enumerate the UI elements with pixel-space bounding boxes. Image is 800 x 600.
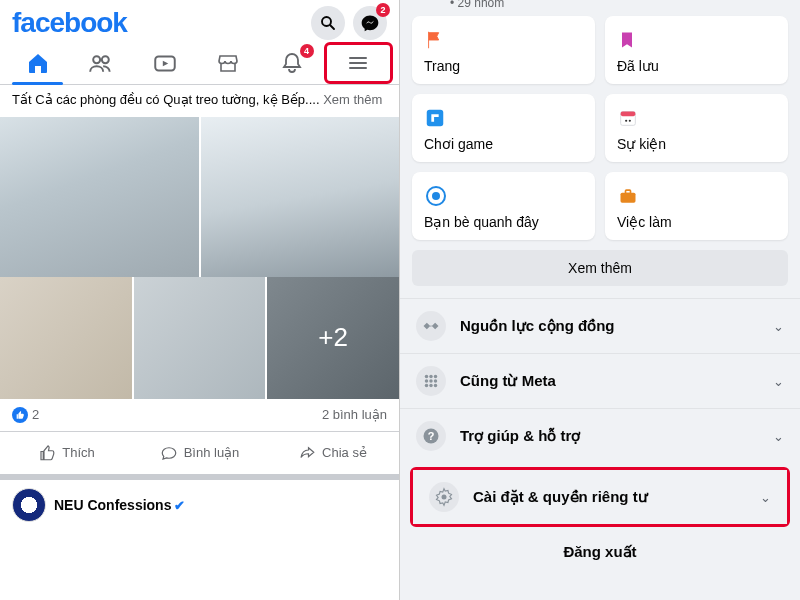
tab-menu[interactable] — [324, 42, 394, 84]
search-button[interactable] — [311, 6, 345, 40]
post-stats: 2 2 bình luận — [0, 399, 399, 432]
see-more-button[interactable]: Xem thêm — [412, 250, 788, 286]
logout-button[interactable]: Đăng xuất — [400, 531, 800, 569]
share-icon — [298, 444, 316, 462]
like-label: Thích — [62, 445, 95, 460]
like-icon — [12, 407, 28, 423]
facebook-logo: facebook — [12, 7, 311, 39]
svg-point-22 — [434, 379, 437, 382]
header: facebook 2 — [0, 0, 399, 42]
post-body: Tất Cả các phòng đều có Quạt treo tường,… — [12, 92, 323, 107]
chevron-down-icon: ⌄ — [773, 319, 784, 334]
page-name[interactable]: NEU Confessions✔ — [54, 497, 185, 513]
post-photo-4[interactable] — [134, 277, 266, 399]
svg-point-23 — [425, 384, 428, 387]
card-pages[interactable]: Trang — [412, 16, 595, 84]
comment-button[interactable]: Bình luận — [133, 436, 266, 470]
bookmark-icon — [617, 26, 776, 54]
svg-point-20 — [425, 379, 428, 382]
card-gaming[interactable]: Chơi game — [412, 94, 595, 162]
svg-text:?: ? — [428, 430, 435, 442]
nearby-icon — [424, 182, 583, 210]
post-text: Tất Cả các phòng đều có Quạt treo tường,… — [0, 85, 399, 117]
flag-icon — [424, 26, 583, 54]
option-meta[interactable]: Cũng từ Meta ⌄ — [400, 353, 800, 408]
home-icon — [26, 51, 50, 75]
watch-icon — [152, 50, 178, 76]
tab-watch[interactable] — [133, 42, 197, 84]
svg-point-18 — [429, 375, 432, 378]
svg-line-1 — [330, 25, 334, 29]
comment-icon — [160, 444, 178, 462]
svg-point-12 — [629, 120, 631, 122]
comment-label: Bình luận — [184, 445, 240, 460]
card-pages-label: Trang — [424, 58, 583, 74]
avatar[interactable] — [12, 488, 46, 522]
handshake-icon — [416, 311, 446, 341]
comment-count[interactable]: 2 bình luận — [322, 407, 387, 423]
svg-point-28 — [442, 495, 447, 500]
like-button[interactable]: Thích — [0, 436, 133, 470]
thumb-icon — [38, 444, 56, 462]
share-button[interactable]: Chia sẻ — [266, 436, 399, 470]
group-count-stub: • 29 nhóm — [400, 0, 800, 16]
card-saved-label: Đã lưu — [617, 58, 776, 74]
briefcase-icon — [617, 182, 776, 210]
option-settings-label: Cài đặt & quyền riêng tư — [473, 488, 746, 506]
messenger-badge: 2 — [376, 3, 390, 17]
help-icon: ? — [416, 421, 446, 451]
option-community-label: Nguồn lực cộng đồng — [460, 317, 759, 335]
svg-point-2 — [93, 56, 100, 63]
svg-point-3 — [102, 56, 109, 63]
menu-screen: • 29 nhóm Trang Đã lưu Chơi game Sự kiện… — [400, 0, 800, 600]
post-photo-2[interactable] — [201, 117, 400, 277]
share-label: Chia sẻ — [322, 445, 367, 460]
see-more-link[interactable]: Xem thêm — [323, 92, 382, 107]
header-icons: 2 — [311, 6, 387, 40]
gaming-icon — [424, 104, 583, 132]
friends-icon — [88, 50, 114, 76]
svg-point-14 — [432, 192, 440, 200]
tab-marketplace[interactable] — [197, 42, 261, 84]
tab-friends[interactable] — [70, 42, 134, 84]
hamburger-icon — [346, 51, 370, 75]
post-photo-more[interactable]: +2 — [267, 277, 399, 399]
tab-bar: 4 — [0, 42, 399, 85]
card-jobs[interactable]: Việc làm — [605, 172, 788, 240]
post-photo-1[interactable] — [0, 117, 199, 277]
next-post-header[interactable]: NEU Confessions✔ — [0, 474, 399, 530]
option-meta-label: Cũng từ Meta — [460, 372, 759, 390]
card-nearby-label: Bạn bè quanh đây — [424, 214, 583, 230]
chevron-down-icon: ⌄ — [773, 374, 784, 389]
option-help-label: Trợ giúp & hỗ trợ — [460, 427, 759, 445]
marketplace-icon — [216, 51, 240, 75]
card-nearby[interactable]: Bạn bè quanh đây — [412, 172, 595, 240]
notification-badge: 4 — [300, 44, 314, 58]
option-help[interactable]: ? Trợ giúp & hỗ trợ ⌄ — [400, 408, 800, 463]
post-photo-3[interactable] — [0, 277, 132, 399]
svg-point-19 — [434, 375, 437, 378]
option-settings[interactable]: Cài đặt & quyền riêng tư ⌄ — [413, 470, 787, 524]
messenger-icon — [360, 13, 380, 33]
option-community[interactable]: Nguồn lực cộng đồng ⌄ — [400, 298, 800, 353]
option-settings-highlight: Cài đặt & quyền riêng tư ⌄ — [410, 467, 790, 527]
photo-grid[interactable] — [0, 117, 399, 277]
svg-rect-8 — [427, 110, 444, 127]
chevron-down-icon: ⌄ — [760, 490, 771, 505]
messenger-button[interactable]: 2 — [353, 6, 387, 40]
like-count[interactable]: 2 — [12, 407, 39, 423]
feed-screen: facebook 2 4 — [0, 0, 400, 600]
more-photos-label: +2 — [318, 322, 348, 353]
tab-home[interactable] — [6, 42, 70, 84]
card-events[interactable]: Sự kiện — [605, 94, 788, 162]
card-jobs-label: Việc làm — [617, 214, 776, 230]
apps-icon — [416, 366, 446, 396]
chevron-down-icon: ⌄ — [773, 429, 784, 444]
tab-notifications[interactable]: 4 — [260, 42, 324, 84]
svg-point-17 — [425, 375, 428, 378]
gear-icon — [429, 482, 459, 512]
photo-grid-row2: +2 — [0, 277, 399, 399]
card-saved[interactable]: Đã lưu — [605, 16, 788, 84]
search-icon — [319, 14, 337, 32]
like-count-value: 2 — [32, 407, 39, 422]
